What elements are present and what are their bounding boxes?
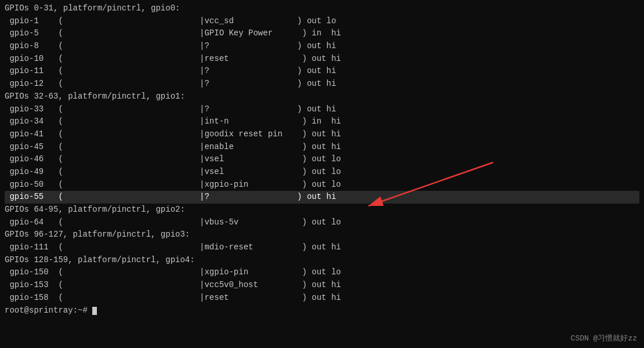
gpio49: gpio-49 ( |vsel ) out lo [5, 166, 639, 179]
header0: GPIOs 0-31, platform/pinctrl, gpio0: [5, 2, 639, 15]
gpio153: gpio-153 ( |vcc5v0_host ) out hi [5, 279, 639, 292]
gpio8: gpio-8 ( |? ) out hi [5, 40, 639, 53]
gpio33: gpio-33 ( |? ) out hi [5, 103, 639, 116]
gpio1: gpio-1 ( |vcc_sd ) out lo [5, 15, 639, 28]
prompt: root@sprintray:~# [5, 304, 639, 317]
terminal: GPIOs 0-31, platform/pinctrl, gpio0: gpi… [0, 0, 644, 348]
gpio45: gpio-45 ( |enable ) out hi [5, 141, 639, 154]
gpio41: gpio-41 ( |goodix reset pin ) out hi [5, 128, 639, 141]
gpio5: gpio-5 ( |GPIO Key Power ) in hi [5, 27, 639, 40]
header3: GPIOs 96-127, platform/pinctrl, gpio3: [5, 229, 639, 241]
gpio150: gpio-150 ( |xgpio-pin ) out lo [5, 266, 639, 279]
header1: GPIOs 32-63, platform/pinctrl, gpio1: [5, 90, 639, 103]
gpio50: gpio-50 ( |xgpio-pin ) out lo [5, 179, 639, 191]
gpio34: gpio-34 ( |int-n ) in hi [5, 115, 639, 128]
gpio111: gpio-111 ( |mdio-reset ) out hi [5, 241, 639, 254]
terminal-cursor [92, 307, 97, 315]
gpio10: gpio-10 ( |reset ) out hi [5, 53, 639, 66]
gpio158: gpio-158 ( |reset ) out hi [5, 292, 639, 304]
gpio12: gpio-12 ( |? ) out hi [5, 78, 639, 90]
watermark: CSDN @习惯就好zz [571, 333, 637, 343]
gpio46: gpio-46 ( |vsel ) out lo [5, 153, 639, 166]
header2: GPIOs 64-95, platform/pinctrl, gpio2: [5, 204, 639, 216]
gpio55: gpio-55 ( |? ) out hi [5, 191, 639, 204]
header4: GPIOs 128-159, platform/pinctrl, gpio4: [5, 254, 639, 267]
gpio11: gpio-11 ( |? ) out hi [5, 65, 639, 78]
gpio64: gpio-64 ( |vbus-5v ) out lo [5, 216, 639, 229]
